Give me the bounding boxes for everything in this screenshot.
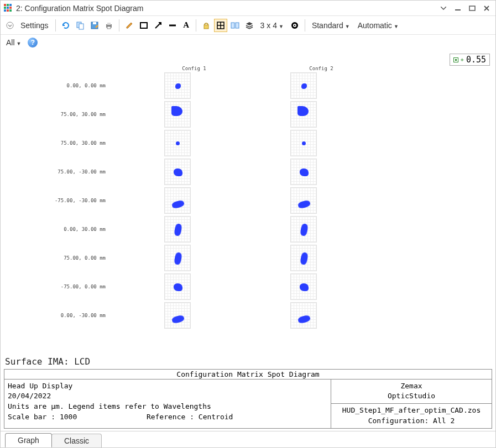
spot-blob xyxy=(171,106,182,116)
spot-blob xyxy=(300,168,309,176)
matrix-row: 0.00, 30.00 mm xyxy=(45,215,473,244)
spot-blob xyxy=(300,252,309,265)
svg-rect-17 xyxy=(236,23,239,28)
spot-diagram xyxy=(164,130,191,156)
mode-dropdown[interactable]: Standard▼ xyxy=(309,21,353,30)
info-panel: Configuration Matrix Spot Diagram Head U… xyxy=(4,369,492,429)
file-name: HUD_Step1_MF_after_optim_CAD.zos xyxy=(335,405,488,416)
spot-diagram xyxy=(290,302,317,329)
col-header-2: Config 2 xyxy=(305,66,338,71)
spot-blob xyxy=(297,314,311,324)
spot-blob xyxy=(174,223,182,236)
info-title: Configuration Matrix Spot Diagram xyxy=(4,370,492,380)
svg-rect-4 xyxy=(79,24,83,29)
matrix-row: 75.00, -30.00 mm xyxy=(45,157,473,186)
info-reference: Reference : Centroid xyxy=(147,413,233,421)
info-scalebar: Scale bar : 1000 xyxy=(8,413,77,421)
svg-rect-12 xyxy=(204,25,208,29)
tab-graph[interactable]: Graph xyxy=(5,433,52,447)
spot-blob xyxy=(176,141,180,145)
spot-diagram xyxy=(290,216,317,243)
svg-rect-1 xyxy=(469,6,475,10)
refresh-button[interactable] xyxy=(59,19,72,32)
spot-diagram xyxy=(290,101,317,128)
spot-blob xyxy=(174,168,182,176)
auto-dropdown[interactable]: Automatic▼ xyxy=(354,21,402,30)
row-label: 0.00, 30.00 mm xyxy=(45,226,133,232)
matrix-row: 75.00, 30.00 mm xyxy=(45,100,473,129)
spot-diagram xyxy=(290,130,317,156)
spot-blob xyxy=(171,199,185,209)
bottom-tabs: Graph Classic xyxy=(1,431,495,447)
help-icon[interactable]: ? xyxy=(28,38,38,48)
spot-blob xyxy=(302,141,306,145)
all-dropdown[interactable]: All▼ xyxy=(5,38,24,47)
spot-blob xyxy=(301,83,307,89)
settings-expand-icon[interactable] xyxy=(4,19,16,32)
spot-matrix: Config 1 Config 2 0.00, 0.00 mm75.00, 30… xyxy=(45,66,473,349)
auto-label: Automatic xyxy=(358,21,392,30)
svg-rect-10 xyxy=(140,23,147,28)
spot-blob xyxy=(174,283,182,291)
zoom-value: 0.55 xyxy=(466,55,486,65)
titlebar: 2: Configuration Matrix Spot Diagram xyxy=(1,1,495,16)
target-icon[interactable] xyxy=(288,19,301,32)
plot-area[interactable]: + 0.55 Config 1 Config 2 0.00, 0.00 mm75… xyxy=(1,50,495,354)
info-units: Units are µm. Legend items refer to Wave… xyxy=(8,402,327,412)
row-label: 0.00, 0.00 mm xyxy=(45,83,133,88)
text-tool-icon[interactable]: A xyxy=(180,19,192,32)
grid-size-dropdown[interactable]: 3 x 4▼ xyxy=(257,21,287,30)
svg-point-2 xyxy=(7,22,13,29)
maximize-button[interactable] xyxy=(467,3,478,14)
svg-rect-16 xyxy=(231,23,234,28)
window-title: 2: Configuration Matrix Spot Diagram xyxy=(16,4,143,13)
row-label: 75.00, -30.00 mm xyxy=(45,169,133,175)
info-brand: Zemax OpticStudio xyxy=(331,380,492,404)
rectangle-tool-icon[interactable] xyxy=(137,19,150,32)
row-label: -75.00, 0.00 mm xyxy=(45,284,133,289)
layers-icon[interactable] xyxy=(243,19,256,32)
col-header-1: Config 1 xyxy=(177,66,211,71)
tab-classic[interactable]: Classic xyxy=(51,434,102,447)
info-date: 20/04/2022 xyxy=(8,391,327,402)
settings-button[interactable]: Settings xyxy=(17,21,52,30)
matrix-row: -75.00, -30.00 mm xyxy=(45,186,473,215)
config-line: Configuration: All 2 xyxy=(335,416,488,426)
matrix-row: 75.00, 30.00 mm xyxy=(45,129,473,157)
print-button[interactable] xyxy=(102,19,116,32)
matrix-row: 75.00, 0.00 mm xyxy=(45,244,473,272)
minimize-button[interactable] xyxy=(452,3,463,14)
brand-line1: Zemax xyxy=(335,381,488,392)
row-label: 0.00, -30.00 mm xyxy=(45,313,133,318)
info-file: HUD_Step1_MF_after_optim_CAD.zos Configu… xyxy=(331,404,492,428)
mode-label: Standard xyxy=(312,21,343,30)
menu-dropdown-icon[interactable] xyxy=(438,3,449,14)
spot-diagram xyxy=(164,302,191,329)
row-label: 75.00, 0.00 mm xyxy=(45,255,133,261)
plus-icon: + xyxy=(461,57,464,63)
spot-blob xyxy=(297,106,309,116)
zoom-indicator: + 0.55 xyxy=(450,54,490,66)
spot-diagram xyxy=(164,101,191,128)
spot-blob xyxy=(300,223,309,236)
window-split-icon[interactable] xyxy=(228,19,242,32)
close-button[interactable] xyxy=(481,3,492,14)
pencil-tool-icon[interactable] xyxy=(123,19,136,32)
spot-diagram xyxy=(164,187,191,214)
info-project: Head Up Display xyxy=(8,381,327,392)
svg-rect-6 xyxy=(93,22,96,24)
info-left: Head Up Display 20/04/2022 Units are µm.… xyxy=(4,380,331,428)
spot-diagram xyxy=(290,273,317,300)
spot-blob xyxy=(297,199,311,209)
arrow-tool-icon[interactable] xyxy=(152,19,165,32)
spot-blob xyxy=(300,283,309,291)
matrix-row: -75.00, 0.00 mm xyxy=(45,272,473,301)
grid-layout-icon[interactable] xyxy=(214,19,227,32)
line-tool-icon[interactable] xyxy=(166,19,179,32)
grid-size-label: 3 x 4 xyxy=(260,21,277,30)
copy-button[interactable] xyxy=(74,19,87,32)
row-label: -75.00, -30.00 mm xyxy=(45,198,133,203)
lock-tool-icon[interactable] xyxy=(200,19,213,32)
save-button[interactable] xyxy=(88,19,101,32)
surface-label: Surface IMA: LCD xyxy=(1,354,495,369)
